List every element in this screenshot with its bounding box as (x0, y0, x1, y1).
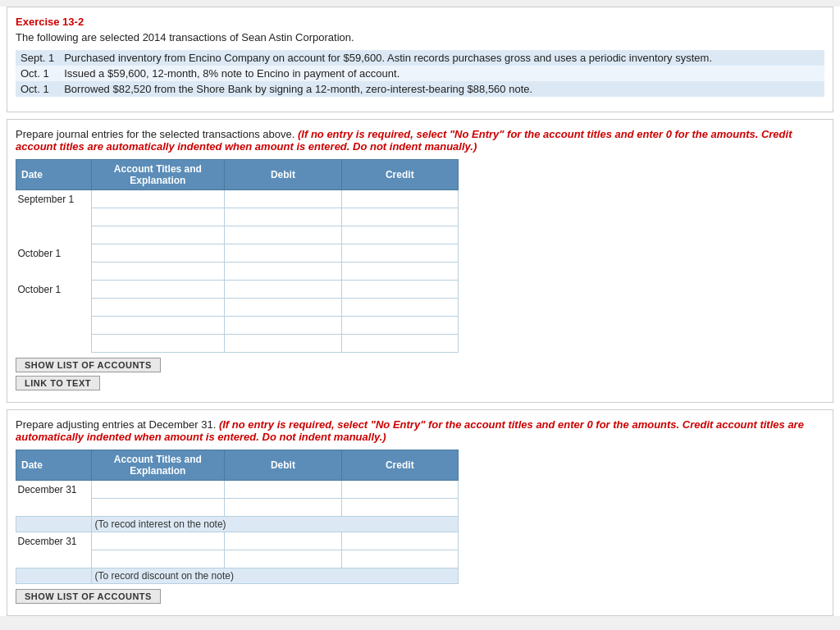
entry-date (16, 262, 92, 281)
debit-input[interactable] (228, 501, 337, 514)
entry-date: September 1 (16, 190, 92, 208)
debit-input[interactable] (228, 553, 337, 566)
account-cell[interactable] (91, 190, 225, 208)
entry-date: December 31 (16, 532, 92, 550)
debit-input[interactable] (228, 283, 337, 296)
debit-input[interactable] (228, 247, 337, 260)
account-input[interactable] (95, 247, 221, 260)
account-input[interactable] (95, 301, 221, 314)
account-cell[interactable] (91, 208, 225, 226)
account-input[interactable] (95, 283, 221, 296)
credit-input[interactable] (345, 211, 454, 224)
account-input[interactable] (95, 553, 221, 566)
debit-cell[interactable] (225, 317, 341, 335)
credit-input[interactable] (345, 337, 454, 350)
button-row-2: LINK TO TEXT (16, 376, 824, 390)
credit-input[interactable] (345, 535, 454, 548)
credit-input[interactable] (345, 247, 454, 260)
link-to-text-button-1[interactable]: LINK TO TEXT (16, 376, 100, 390)
button-row-3: SHOW LIST OF ACCOUNTS (16, 589, 824, 604)
credit-cell[interactable] (341, 317, 458, 335)
table-row (16, 299, 459, 317)
credit-input[interactable] (345, 301, 454, 314)
account-cell[interactable] (91, 281, 225, 299)
account-input[interactable] (95, 501, 221, 514)
account-cell[interactable] (91, 335, 225, 353)
credit-cell[interactable] (341, 262, 458, 281)
credit-cell[interactable] (341, 281, 458, 299)
credit-cell[interactable] (341, 550, 458, 568)
debit-cell[interactable] (225, 244, 341, 262)
debit-cell[interactable] (225, 190, 341, 208)
col-header-date-2: Date (16, 450, 92, 481)
account-cell[interactable] (91, 499, 225, 517)
credit-input[interactable] (345, 553, 454, 566)
debit-input[interactable] (228, 193, 337, 206)
account-input[interactable] (95, 337, 221, 350)
account-input[interactable] (95, 193, 221, 206)
exercise-section: Exercise 13-2 The following are selected… (7, 7, 833, 112)
credit-input[interactable] (345, 283, 454, 296)
account-cell[interactable] (91, 481, 225, 499)
credit-cell[interactable] (341, 226, 458, 244)
account-cell[interactable] (91, 550, 225, 568)
credit-cell[interactable] (341, 481, 458, 499)
debit-cell[interactable] (225, 335, 341, 353)
col-header-date-1: Date (16, 160, 92, 190)
debit-cell[interactable] (225, 226, 341, 244)
account-input[interactable] (95, 211, 221, 224)
journal-table-2: Date Account Titles and Explanation Debi… (16, 450, 459, 584)
table-row (16, 226, 459, 244)
credit-cell[interactable] (341, 532, 458, 550)
entry-date: December 31 (16, 481, 92, 499)
account-input[interactable] (95, 483, 221, 496)
debit-cell[interactable] (225, 208, 341, 226)
debit-cell[interactable] (225, 499, 341, 517)
credit-cell[interactable] (341, 244, 458, 262)
credit-cell[interactable] (341, 208, 458, 226)
credit-input[interactable] (345, 265, 454, 278)
debit-cell[interactable] (225, 532, 341, 550)
debit-input[interactable] (228, 535, 337, 548)
debit-input[interactable] (228, 265, 337, 278)
debit-cell[interactable] (225, 262, 341, 281)
debit-input[interactable] (228, 483, 337, 496)
table-row: October 1 (16, 281, 459, 299)
debit-input[interactable] (228, 229, 337, 242)
credit-input[interactable] (345, 193, 454, 206)
journal-table-1: Date Account Titles and Explanation Debi… (16, 159, 459, 353)
account-cell[interactable] (91, 226, 225, 244)
account-cell[interactable] (91, 317, 225, 335)
transactions-table: Sept. 1 Purchased inventory from Encino … (16, 50, 824, 97)
debit-input[interactable] (228, 211, 337, 224)
credit-cell[interactable] (341, 335, 458, 353)
table-row: September 1 (16, 190, 459, 208)
account-input[interactable] (95, 265, 221, 278)
account-input[interactable] (95, 535, 221, 548)
instruction-normal-1: Prepare journal entries for the selected… (16, 128, 294, 140)
credit-cell[interactable] (341, 190, 458, 208)
account-cell[interactable] (91, 262, 225, 281)
debit-cell[interactable] (225, 299, 341, 317)
debit-cell[interactable] (225, 550, 341, 568)
account-cell[interactable] (91, 299, 225, 317)
credit-input[interactable] (345, 501, 454, 514)
credit-cell[interactable] (341, 499, 458, 517)
debit-input[interactable] (228, 301, 337, 314)
show-list-button-2[interactable]: SHOW LIST OF ACCOUNTS (16, 589, 161, 604)
account-input[interactable] (95, 229, 221, 242)
debit-cell[interactable] (225, 281, 341, 299)
account-cell[interactable] (91, 244, 225, 262)
credit-input[interactable] (345, 229, 454, 242)
credit-cell[interactable] (341, 299, 458, 317)
col-header-acct-1: Account Titles and Explanation (91, 160, 225, 190)
debit-input[interactable] (228, 319, 337, 332)
account-input[interactable] (95, 319, 221, 332)
instruction-2: Prepare adjusting entries at December 31… (16, 418, 824, 443)
credit-input[interactable] (345, 319, 454, 332)
show-list-button-1[interactable]: SHOW LIST OF ACCOUNTS (16, 358, 161, 372)
debit-input[interactable] (228, 337, 337, 350)
account-cell[interactable] (91, 532, 225, 550)
credit-input[interactable] (345, 483, 454, 496)
debit-cell[interactable] (225, 481, 341, 499)
